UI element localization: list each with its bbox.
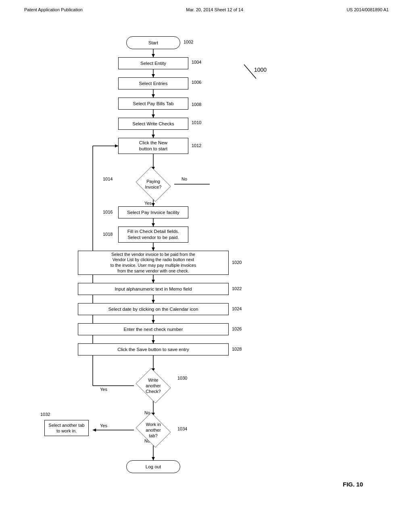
select-vendor-invoice-label: Select the vendor invoice to be paid fro… bbox=[111, 252, 196, 274]
paying-invoice-label: PayingInvoice? bbox=[145, 179, 162, 190]
header-right: US 2014/0081890 A1 bbox=[346, 7, 389, 12]
svg-marker-23 bbox=[152, 320, 155, 323]
select-entries-ref: 1006 bbox=[192, 80, 201, 85]
svg-marker-7 bbox=[152, 114, 155, 118]
work-another-tab-node: Work inanothertab? bbox=[132, 416, 174, 444]
start-node: Start bbox=[126, 36, 180, 49]
enter-check-number-label: Enter the next check number bbox=[123, 326, 183, 332]
select-write-checks-label: Select Write Checks bbox=[132, 121, 174, 127]
select-pay-bills-label: Select Pay Bills Tab bbox=[133, 101, 174, 107]
select-write-checks-ref: 1010 bbox=[192, 120, 201, 125]
select-another-tab-node: Select another tabto work in. bbox=[44, 420, 89, 436]
select-pay-invoice-label: Select Pay Invoice facility bbox=[127, 210, 179, 216]
fill-check-detail-label: Fill in Check Detail fields.Select vendo… bbox=[127, 229, 179, 241]
click-new-node: Click the Newbutton to start bbox=[118, 138, 188, 154]
fill-check-detail-ref: 1018 bbox=[103, 232, 113, 237]
enter-check-number-node: Enter the next check number bbox=[78, 323, 229, 335]
svg-marker-38 bbox=[93, 428, 96, 432]
write-another-ref: 1030 bbox=[177, 376, 187, 380]
svg-marker-13 bbox=[152, 203, 155, 206]
input-memo-ref: 1022 bbox=[232, 286, 242, 291]
paying-invoice-ref: 1014 bbox=[103, 177, 113, 181]
log-out-node: Log out bbox=[126, 460, 180, 473]
svg-marker-35 bbox=[115, 144, 118, 148]
input-memo-node: Input alphanumeric text in Memo field bbox=[78, 283, 229, 295]
diagram-ref-arrow bbox=[240, 60, 272, 81]
header-center: Mar. 20, 2014 Sheet 12 of 14 bbox=[186, 7, 243, 12]
select-date-label: Select date by clicking on the Calendar … bbox=[108, 306, 198, 312]
start-label: Start bbox=[148, 40, 158, 45]
svg-text:Yes: Yes bbox=[100, 423, 107, 428]
svg-marker-3 bbox=[152, 74, 155, 77]
header-left: Patent Application Publication bbox=[24, 7, 83, 12]
start-ref: 1002 bbox=[184, 39, 193, 44]
fill-check-detail-node: Fill in Check Detail fields.Select vendo… bbox=[118, 227, 188, 243]
select-date-ref: 1024 bbox=[232, 306, 242, 311]
work-another-tab-ref: 1034 bbox=[177, 426, 187, 431]
select-entries-label: Select Entries bbox=[139, 81, 168, 87]
select-vendor-invoice-ref: 1020 bbox=[232, 260, 242, 265]
svg-line-45 bbox=[244, 64, 256, 79]
select-pay-invoice-ref: 1016 bbox=[103, 210, 113, 214]
select-pay-bills-ref: 1008 bbox=[192, 102, 201, 107]
click-save-ref: 1028 bbox=[232, 347, 242, 351]
select-pay-bills-node: Select Pay Bills Tab bbox=[118, 98, 188, 110]
flowchart-diagram: No Yes Yes No Yes No Start 1002 Select E… bbox=[40, 24, 371, 500]
select-pay-invoice-node: Select Pay Invoice facility bbox=[118, 206, 188, 218]
select-entity-node: Select Entity bbox=[118, 57, 188, 69]
select-entries-node: Select Entries bbox=[118, 77, 188, 89]
write-another-node: WriteanotherCheck? bbox=[132, 372, 174, 400]
svg-marker-19 bbox=[152, 280, 155, 283]
work-another-tab-label: Work inanothertab? bbox=[146, 422, 161, 439]
svg-marker-21 bbox=[152, 300, 155, 303]
page-header: Patent Application Publication Mar. 20, … bbox=[0, 0, 413, 16]
svg-marker-31 bbox=[152, 457, 155, 460]
select-vendor-invoice-node: Select the vendor invoice to be paid fro… bbox=[78, 251, 229, 275]
svg-text:Yes: Yes bbox=[100, 387, 107, 392]
log-out-label: Log out bbox=[146, 464, 161, 469]
svg-marker-17 bbox=[152, 247, 155, 251]
select-entity-ref: 1004 bbox=[192, 60, 201, 64]
write-another-label: WriteanotherCheck? bbox=[146, 377, 161, 395]
enter-check-number-ref: 1026 bbox=[232, 326, 242, 331]
svg-text:Yes: Yes bbox=[144, 201, 152, 206]
select-another-tab-label: Select another tabto work in. bbox=[48, 422, 84, 434]
svg-marker-15 bbox=[152, 223, 155, 227]
input-memo-label: Input alphanumeric text in Memo field bbox=[115, 286, 192, 292]
paying-invoice-node: PayingInvoice? bbox=[132, 170, 174, 198]
select-write-checks-node: Select Write Checks bbox=[118, 118, 188, 130]
figure-label: FIG. 10 bbox=[343, 481, 363, 488]
select-another-tab-ref: 1032 bbox=[40, 412, 50, 417]
svg-marker-25 bbox=[152, 340, 155, 343]
svg-marker-1 bbox=[152, 54, 155, 57]
select-date-node: Select date by clicking on the Calendar … bbox=[78, 303, 229, 315]
svg-marker-9 bbox=[152, 135, 155, 138]
select-entity-label: Select Entity bbox=[140, 60, 166, 66]
svg-marker-5 bbox=[152, 94, 155, 98]
svg-text:No: No bbox=[181, 177, 187, 181]
click-save-label: Click the Save button to save entry bbox=[117, 347, 189, 353]
click-new-label: Click the Newbutton to start bbox=[139, 140, 167, 152]
click-new-ref: 1012 bbox=[192, 143, 201, 148]
click-save-node: Click the Save button to save entry bbox=[78, 343, 229, 355]
